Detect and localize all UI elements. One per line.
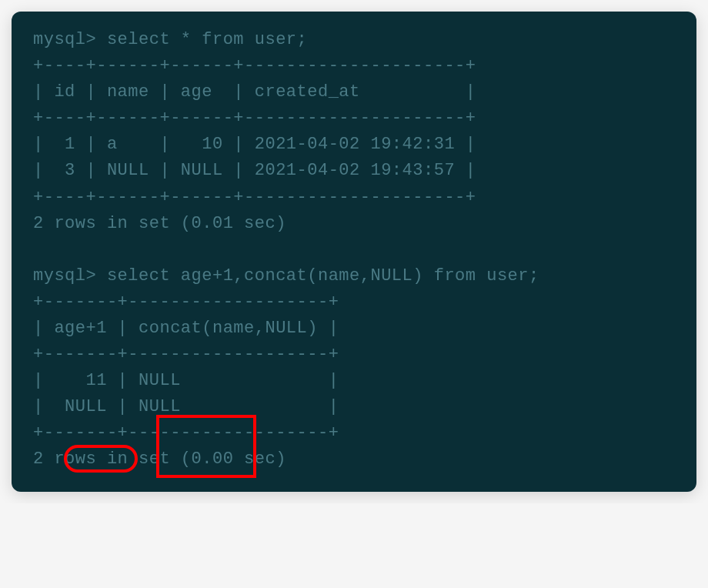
query-line-2: mysql> select age+1,concat(name,NULL) fr… — [33, 263, 675, 289]
table-row: | NULL | NULL | — [33, 394, 675, 420]
table-row: | 11 | NULL | — [33, 368, 675, 394]
table-border: +-------+-------------------+ — [33, 342, 675, 368]
table-row: | 3 | NULL | NULL | 2021-04-02 19:43:57 … — [33, 158, 675, 184]
blank-line — [33, 237, 675, 263]
result-footer: 2 rows in set (0.01 sec) — [33, 211, 675, 237]
table-border: +----+------+------+--------------------… — [33, 105, 675, 132]
result-footer: 2 rows in set (0.00 sec) — [33, 446, 675, 473]
query-line-1: mysql> select * from user; — [33, 27, 675, 53]
table-header: | age+1 | concat(name,NULL) | — [33, 316, 675, 342]
table-border: +-------+-------------------+ — [33, 289, 675, 316]
table-border: +-------+-------------------+ — [33, 420, 675, 446]
table-border: +----+------+------+--------------------… — [33, 53, 675, 79]
table-header: | id | name | age | created_at | — [33, 79, 675, 105]
terminal-window: mysql> select * from user; +----+------+… — [12, 12, 696, 492]
table-row: | 1 | a | 10 | 2021-04-02 19:42:31 | — [33, 132, 675, 158]
table-border: +----+------+------+--------------------… — [33, 185, 675, 211]
